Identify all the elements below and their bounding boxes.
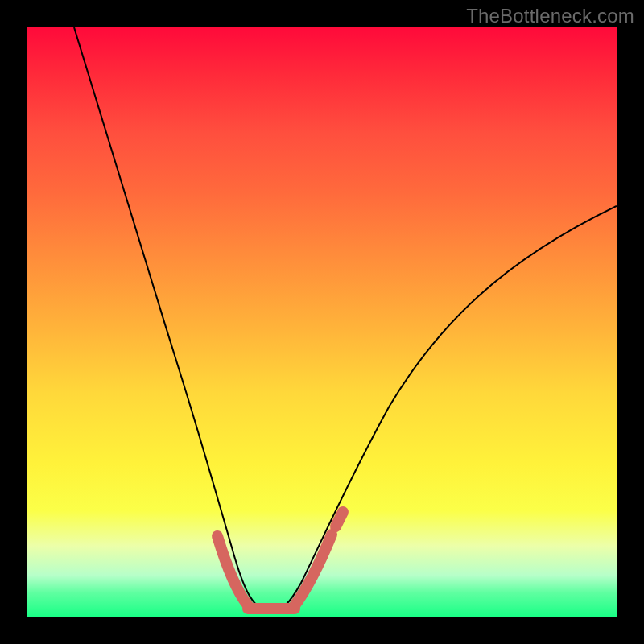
marker-left xyxy=(217,536,248,605)
chart-stage: TheBottleneck.com xyxy=(0,0,644,644)
chart-svg xyxy=(27,27,617,617)
curve-main xyxy=(74,27,617,612)
marker-right-dot xyxy=(336,512,343,526)
watermark-text: TheBottleneck.com xyxy=(466,5,634,27)
plot-area xyxy=(27,27,617,617)
marker-right xyxy=(295,535,332,605)
